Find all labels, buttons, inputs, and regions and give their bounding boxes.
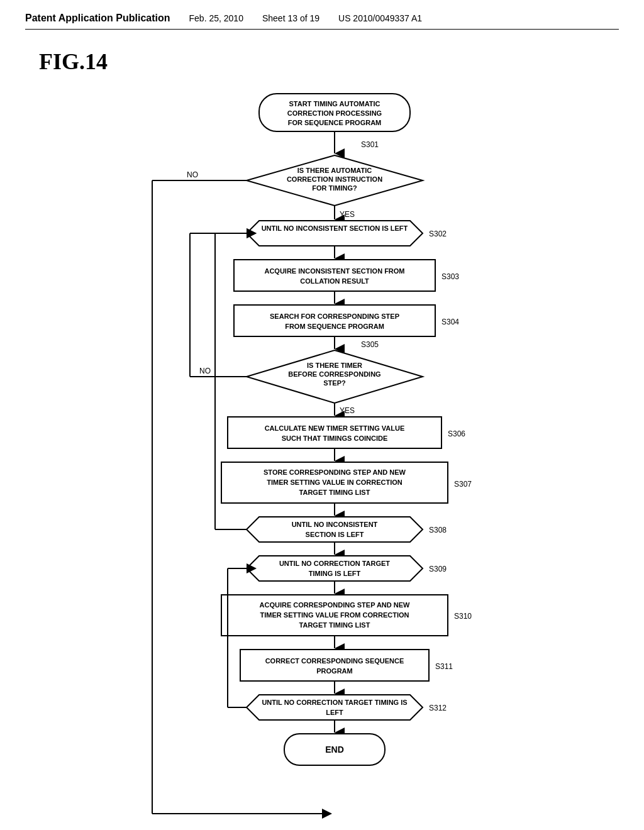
svg-text:SEARCH FOR CORRESPONDING STEP: SEARCH FOR CORRESPONDING STEP: [270, 313, 399, 320]
svg-text:CORRECT CORRESPONDING SEQUENCE: CORRECT CORRESPONDING SEQUENCE: [265, 657, 404, 665]
header-title: Patent Application Publication: [25, 13, 170, 24]
svg-text:NO: NO: [187, 170, 198, 179]
svg-text:UNTIL NO INCONSISTENT SECTION : UNTIL NO INCONSISTENT SECTION IS LEFT: [262, 224, 408, 232]
svg-text:COLLATION RESULT: COLLATION RESULT: [300, 277, 369, 285]
svg-text:CALCULATE NEW TIMER SETTING VA: CALCULATE NEW TIMER SETTING VALUE: [265, 424, 405, 432]
svg-text:S306: S306: [448, 429, 465, 438]
svg-text:FOR TIMING?: FOR TIMING?: [312, 184, 357, 192]
svg-text:S310: S310: [454, 612, 472, 621]
svg-rect-20: [234, 260, 435, 291]
svg-text:YES: YES: [340, 406, 355, 415]
svg-text:SUCH THAT TIMINGS COINCIDE: SUCH THAT TIMINGS COINCIDE: [282, 434, 387, 442]
svg-text:BEFORE CORRESPONDING: BEFORE CORRESPONDING: [288, 370, 380, 378]
svg-text:IS THERE TIMER: IS THERE TIMER: [307, 362, 362, 369]
svg-text:ACQUIRE CORRESPONDING STEP AND: ACQUIRE CORRESPONDING STEP AND NEW: [260, 601, 411, 609]
svg-text:S304: S304: [441, 318, 459, 326]
flowchart: START TIMING AUTOMATIC CORRECTION PROCES…: [64, 87, 630, 830]
svg-text:S312: S312: [429, 704, 447, 712]
header-sheet: Sheet 13 of 19: [262, 13, 319, 23]
svg-text:S302: S302: [429, 230, 447, 238]
svg-text:TIMER SETTING VALUE FROM CORRE: TIMER SETTING VALUE FROM CORRECTION: [260, 611, 409, 619]
svg-text:TARGET TIMING LIST: TARGET TIMING LIST: [299, 489, 370, 496]
svg-text:UNTIL NO CORRECTION TARGET: UNTIL NO CORRECTION TARGET: [279, 560, 390, 567]
svg-text:IS THERE AUTOMATIC: IS THERE AUTOMATIC: [297, 167, 372, 174]
svg-rect-71: [240, 650, 429, 681]
svg-text:S309: S309: [429, 565, 447, 573]
svg-text:S307: S307: [454, 480, 472, 489]
svg-rect-41: [228, 417, 441, 448]
svg-text:START TIMING AUTOMATIC: START TIMING AUTOMATIC: [289, 100, 380, 108]
svg-text:NO: NO: [199, 367, 211, 375]
svg-text:END: END: [325, 744, 344, 755]
svg-rect-25: [234, 305, 435, 336]
svg-text:CORRECTION INSTRUCTION: CORRECTION INSTRUCTION: [287, 175, 382, 183]
page: Patent Application Publication Feb. 25, …: [0, 0, 644, 830]
svg-text:ACQUIRE INCONSISTENT SECTION F: ACQUIRE INCONSISTENT SECTION FROM: [264, 267, 404, 275]
svg-text:UNTIL NO INCONSISTENT: UNTIL NO INCONSISTENT: [292, 521, 378, 528]
svg-text:UNTIL NO CORRECTION TARGET TIM: UNTIL NO CORRECTION TARGET TIMING IS: [262, 699, 407, 706]
svg-text:S311: S311: [435, 662, 453, 671]
svg-text:S305: S305: [361, 340, 379, 349]
svg-text:PROGRAM: PROGRAM: [316, 667, 352, 675]
svg-text:FOR SEQUENCE PROGRAM: FOR SEQUENCE PROGRAM: [288, 119, 382, 126]
svg-text:S308: S308: [429, 526, 447, 534]
svg-text:CORRECTION PROCESSING: CORRECTION PROCESSING: [287, 109, 382, 117]
svg-text:LEFT: LEFT: [326, 709, 343, 716]
svg-text:STEP?: STEP?: [323, 379, 346, 387]
svg-text:STORE CORRESPONDING STEP AND N: STORE CORRESPONDING STEP AND NEW: [264, 468, 406, 476]
svg-text:TIMER SETTING VALUE IN CORRECT: TIMER SETTING VALUE IN CORRECTION: [267, 479, 402, 486]
svg-text:TIMING IS LEFT: TIMING IS LEFT: [309, 570, 361, 577]
header-patent: US 2010/0049337 A1: [338, 13, 422, 23]
svg-text:TARGET TIMING LIST: TARGET TIMING LIST: [299, 621, 370, 629]
svg-text:FROM SEQUENCE PROGRAM: FROM SEQUENCE PROGRAM: [285, 323, 384, 330]
svg-text:S303: S303: [441, 272, 459, 281]
page-header: Patent Application Publication Feb. 25, …: [25, 13, 619, 30]
svg-text:S301: S301: [361, 140, 379, 149]
svg-text:SECTION IS LEFT: SECTION IS LEFT: [306, 531, 364, 538]
figure-label: FIG.14: [39, 48, 108, 75]
header-date: Feb. 25, 2010: [189, 13, 243, 23]
svg-text:YES: YES: [340, 210, 355, 219]
